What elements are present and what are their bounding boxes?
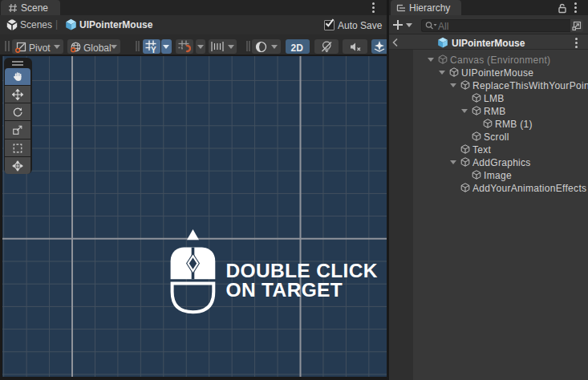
svg-text:ON TARGET: ON TARGET — [226, 279, 343, 301]
svg-text:DOUBLE CLICK: DOUBLE CLICK — [226, 260, 378, 281]
svg-text:Y: Y — [151, 46, 156, 54]
